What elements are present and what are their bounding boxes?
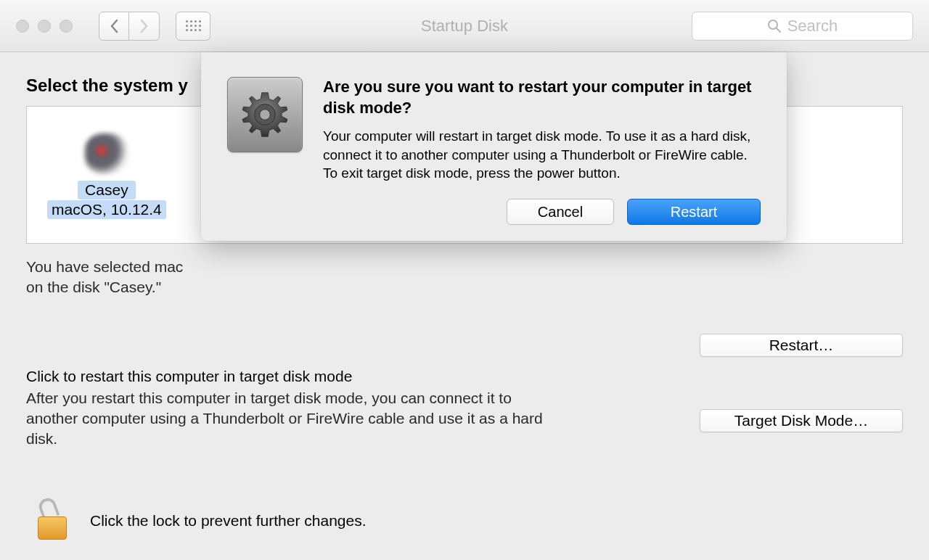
status-text: You have selected mac on the disk "Casey… [26,257,903,298]
back-button[interactable] [99,12,129,41]
cancel-button[interactable]: Cancel [507,199,614,225]
svg-point-0 [769,20,777,29]
window-controls [16,20,73,33]
restart-button[interactable]: Restart… [700,334,903,357]
target-disk-mode-button[interactable]: Target Disk Mode… [700,409,903,432]
chevron-right-icon [139,18,150,34]
search-icon [767,19,782,33]
search-input[interactable]: Search [692,12,913,41]
grid-icon [186,20,201,31]
disk-item[interactable]: Casey macOS, 10.12.4 [47,131,166,219]
gear-icon [239,88,291,141]
title-bar: Startup Disk Search [0,0,929,52]
target-disk-description: After you restart this computer in targe… [26,388,563,450]
lock-label: Click the lock to prevent further change… [90,512,367,530]
confirm-restart-button[interactable]: Restart [627,199,761,225]
close-window-button[interactable] [16,20,29,33]
nav-buttons [99,12,160,41]
confirm-restart-dialog: Are you sure you want to restart your co… [201,52,787,241]
disk-name: Casey [78,181,136,199]
lock-row: Click the lock to prevent further change… [38,502,367,540]
forward-button[interactable] [129,12,160,41]
system-preferences-icon [227,77,303,152]
dialog-body: Are you sure you want to restart your co… [323,77,761,225]
minimize-window-button[interactable] [38,20,51,33]
dialog-buttons: Cancel Restart [323,199,761,225]
window-title: Startup Disk [421,17,508,36]
disk-icon [81,131,132,176]
search-placeholder: Search [787,17,838,36]
zoom-window-button[interactable] [60,20,73,33]
lock-button[interactable] [38,502,67,540]
target-disk-heading: Click to restart this computer in target… [26,368,903,385]
svg-point-3 [260,110,270,120]
disk-version: macOS, 10.12.4 [47,200,166,219]
chevron-left-icon [109,18,120,34]
dialog-title: Are you sure you want to restart your co… [323,77,761,118]
show-all-button[interactable] [176,12,210,41]
dialog-text: Your computer will restart in target dis… [323,127,761,183]
svg-line-1 [777,28,780,32]
